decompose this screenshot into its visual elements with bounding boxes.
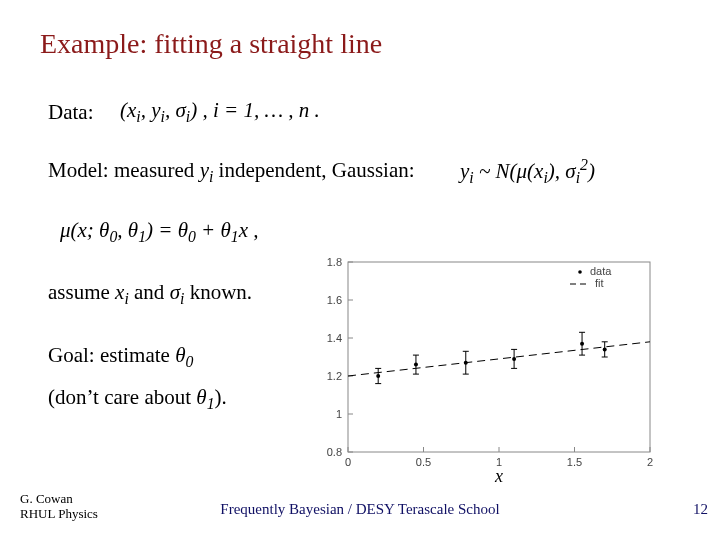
svg-text:x: x — [494, 466, 503, 486]
svg-text:data: data — [590, 265, 612, 277]
svg-text:1.8: 1.8 — [327, 256, 342, 268]
data-label: Data: — [48, 100, 93, 125]
svg-text:1.4: 1.4 — [327, 332, 342, 344]
dontcare-line: (don’t care about θ1). — [48, 385, 227, 413]
page-number: 12 — [693, 501, 708, 518]
svg-text:0: 0 — [345, 456, 351, 468]
svg-point-32 — [376, 374, 380, 378]
fit-chart: 00.511.520.811.21.41.61.8xydatafit — [300, 252, 660, 490]
svg-point-44 — [512, 357, 516, 361]
svg-text:0.5: 0.5 — [416, 456, 431, 468]
svg-text:1.2: 1.2 — [327, 370, 342, 382]
svg-point-36 — [414, 363, 418, 367]
slide-title: Example: fitting a straight line — [40, 28, 382, 60]
svg-text:0.8: 0.8 — [327, 446, 342, 458]
assume-line: assume xi and σi known. — [48, 280, 252, 308]
model-equation: μ(x; θ0, θ1) = θ0 + θ1x , — [60, 218, 259, 246]
footer-center: Frequently Bayesian / DESY Terascale Sch… — [0, 501, 720, 518]
svg-point-48 — [580, 342, 584, 346]
svg-point-25 — [578, 270, 582, 274]
svg-text:fit: fit — [595, 277, 604, 289]
svg-text:2: 2 — [647, 456, 653, 468]
model-label: Model: measured yi independent, Gaussian… — [48, 158, 415, 186]
data-expression: (xi, yi, σi) , i = 1, … , n . — [120, 98, 320, 126]
distribution-expression: yi ~ N(μ(xi), σi2) — [460, 156, 595, 187]
svg-point-52 — [603, 347, 607, 351]
goal-line: Goal: estimate θ0 — [48, 343, 193, 371]
svg-text:1: 1 — [336, 408, 342, 420]
svg-text:1.6: 1.6 — [327, 294, 342, 306]
svg-text:1.5: 1.5 — [567, 456, 582, 468]
